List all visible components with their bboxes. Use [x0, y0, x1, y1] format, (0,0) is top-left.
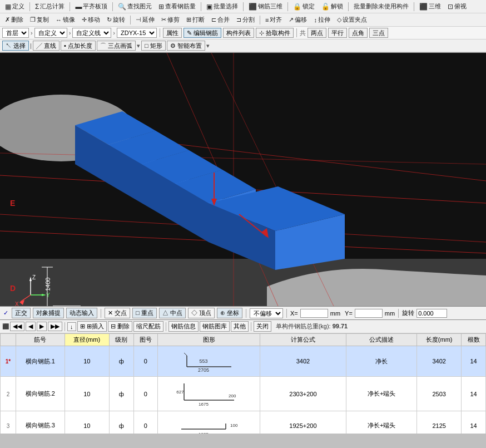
btn-object-snap[interactable]: 对象捕提 [33, 308, 64, 318]
svg-text:1825: 1825 [199, 432, 209, 434]
btn-scale-config[interactable]: 缩尺配筋 [133, 321, 163, 332]
cell-diameter: 10 [65, 377, 109, 411]
btn-point-length[interactable]: • 点加长度 [61, 41, 96, 51]
btn-unlock[interactable]: 🔓 解锁 [319, 1, 346, 12]
btn-move[interactable]: ✛ 移动 [79, 14, 103, 25]
cell-shape: 553 2705 [158, 346, 260, 377]
point-length-icon: • [64, 42, 66, 49]
x-coord-input[interactable] [300, 309, 328, 318]
btn-merge[interactable]: ⊏ 合并 [209, 14, 232, 25]
btn-vertex[interactable]: ◇ 顶点 [188, 308, 215, 318]
btn-endpoint[interactable]: □ 重点 [132, 308, 157, 318]
endpoint-icon: □ [136, 309, 140, 316]
btn-smart-layout[interactable]: ⚙ 智能布置 [167, 41, 205, 51]
snap-mode-select[interactable]: 不偏移 [250, 308, 283, 318]
btn-top-view[interactable]: ⊡ 俯视 [445, 1, 469, 12]
btn-calc[interactable]: Σ 汇总计算 [32, 1, 67, 12]
btn-arc[interactable]: ⌒ 三点画弧 [97, 41, 136, 51]
btn-prev[interactable]: ◀ [26, 322, 36, 331]
btn-break[interactable]: ⊞ 打断 [184, 14, 207, 25]
btn-ortho[interactable]: 正交 [12, 308, 31, 318]
table-row[interactable]: 2 横向钢筋.2 10 ф 0 627 1675 200 230 [1, 377, 486, 411]
split-icon: ⊐ [236, 16, 241, 23]
cell-formula: 2303+200 [260, 377, 346, 411]
table-row[interactable]: 3 横向钢筋.3 10 ф 0 1825 100 1925+200 净长+端头 … [1, 411, 486, 434]
btn-midpoint[interactable]: △ 中点 [159, 308, 186, 318]
btn-nav-delete[interactable]: ⊟ 删除 [108, 321, 132, 332]
sep [160, 28, 160, 37]
btn-3d[interactable]: ⬛ 三维 [416, 1, 444, 12]
btn-stretch[interactable]: ↕ 拉伸 [311, 14, 333, 25]
copy-icon: ❐ [30, 16, 36, 23]
btn-down[interactable]: ↓ [67, 322, 76, 331]
btn-rebar-library[interactable]: 钢筋图库 [200, 321, 230, 332]
btn-edit-rebar[interactable]: ✎ 编辑钢筋 [184, 28, 221, 38]
btn-rotate[interactable]: ↻ 旋转 [104, 14, 128, 25]
btn-next[interactable]: ▶ [37, 322, 47, 331]
btn-insert[interactable]: ⊞ ⊞插入 [77, 321, 107, 332]
y-coord-input[interactable] [355, 309, 383, 318]
btn-align[interactable]: ≡ 对齐 [262, 14, 285, 25]
btn-mirror[interactable]: ↔ 镜像 [53, 14, 78, 25]
btn-find[interactable]: 🔍 查找图元 [115, 1, 155, 12]
btn-line[interactable]: ╱ 直线 [33, 41, 59, 51]
smart-layout-icon: ⚙ [170, 42, 176, 49]
cell-diameter: 10 [65, 411, 109, 434]
btn-select[interactable]: ↖ 选择 [2, 41, 29, 51]
btn-pick-component[interactable]: ⊹ 拾取构件 [256, 28, 294, 38]
layer-select[interactable]: 首层 [2, 28, 29, 38]
cell-shape-num: 0 [133, 411, 158, 434]
btn-rebar-3d[interactable]: ⬛ 钢筋三维 [246, 1, 285, 12]
sep [251, 322, 251, 331]
table-row[interactable]: 1* 横向钢筋.1 10 ф 0 553 2705 3402 净长 3402 [1, 346, 486, 377]
svg-text:D: D [10, 284, 16, 293]
btn-property[interactable]: 属性 [163, 28, 182, 38]
btn-three-points[interactable]: 三点 [369, 28, 388, 38]
btn-lock[interactable]: 🔒 锁定 [290, 1, 318, 12]
btn-set-grip[interactable]: ◇ 设置夹点 [334, 14, 370, 25]
btn-rebar-info[interactable]: 钢筋信息 [168, 321, 199, 332]
btn-split[interactable]: ⊐ 分割 [234, 14, 257, 25]
btn-component-list[interactable]: 构件列表 [223, 28, 254, 38]
btn-offset[interactable]: ↗ 偏移 [286, 14, 310, 25]
btn-batch-select[interactable]: ▣ 批量选择 [204, 1, 241, 12]
btn-parallel[interactable]: 平行 [328, 28, 347, 38]
align-icon: ≡ [265, 17, 269, 23]
btn-define[interactable]: ▦ 定义 [2, 1, 27, 12]
cell-grade: ф [109, 346, 133, 377]
btn-two-points[interactable]: 两点 [308, 28, 326, 38]
svg-text:Z: Z [32, 274, 36, 280]
btn-batch-delete[interactable]: 批量删除未使用构件 [351, 1, 411, 12]
col-header-length: 长度(mm) [417, 334, 462, 346]
btn-align-top[interactable]: ▬ 平齐板顶 [72, 1, 110, 12]
sep [398, 309, 399, 318]
cell-formula: 3402 [260, 346, 346, 377]
btn-first[interactable]: ◀◀ [10, 322, 24, 331]
viewport[interactable]: E D Z Y X 1400 [0, 53, 486, 306]
rotation-input[interactable] [416, 309, 447, 318]
delete-icon: ✗ [5, 16, 10, 23]
btn-coord[interactable]: ⊕ 坐标 [217, 308, 242, 318]
btn-close[interactable]: 关闭 [254, 321, 271, 332]
btn-point-angle[interactable]: 点角 [349, 28, 368, 38]
cell-length: 2125 [417, 411, 462, 434]
coord-icon: ⊕ [220, 309, 225, 316]
btn-intersection[interactable]: ✕ 交点 [105, 308, 130, 318]
btn-trim[interactable]: ✂ 修剪 [158, 14, 182, 25]
btn-delete[interactable]: ✗ 删除 [2, 14, 26, 25]
cell-count: 14 [462, 411, 486, 434]
lock-icon: 🔒 [293, 3, 301, 11]
btn-last[interactable]: ▶▶ [48, 322, 62, 331]
line-select[interactable]: 自定义线 [72, 28, 111, 38]
style-select[interactable]: ZDYX-15 [117, 28, 157, 38]
btn-copy[interactable]: ❐ 复制 [27, 14, 52, 25]
cell-length: 2503 [417, 377, 462, 411]
btn-other[interactable]: 其他 [231, 321, 249, 332]
btn-rect[interactable]: □ 矩形 [141, 41, 166, 51]
type-select[interactable]: 自定义 [34, 28, 67, 38]
btn-extend[interactable]: ⊣ 延伸 [133, 14, 157, 25]
draw-bar: ↖ 选择 | ╱ 直线 • 点加长度 ⌒ 三点画弧 ▾ □ 矩形 ⚙ 智能布置 … [0, 40, 486, 52]
btn-dynamic-input[interactable]: 动态输入 [66, 308, 97, 318]
btn-view-rebar[interactable]: ⊞ 查看钢筋量 [156, 1, 199, 12]
col-header-formula: 计算公式 [260, 334, 346, 346]
